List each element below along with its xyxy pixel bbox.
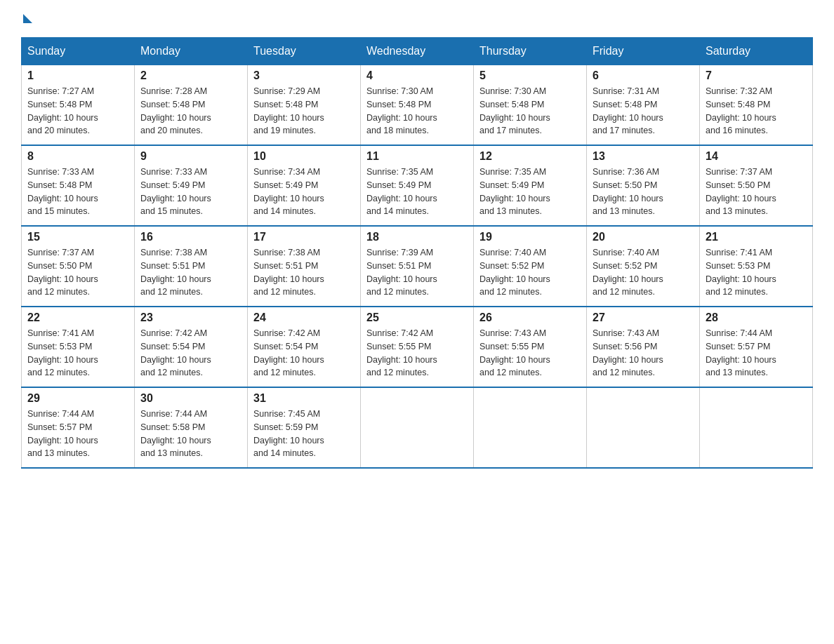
header-sunday: Sunday (22, 38, 135, 65)
day-number: 7 (706, 69, 807, 82)
day-number: 6 (593, 69, 694, 82)
calendar-cell (474, 387, 587, 468)
calendar-header: SundayMondayTuesdayWednesdayThursdayFrid… (22, 38, 813, 65)
day-info: Sunrise: 7:44 AM Sunset: 5:58 PM Dayligh… (140, 408, 241, 460)
calendar-table: SundayMondayTuesdayWednesdayThursdayFrid… (21, 37, 813, 469)
day-info: Sunrise: 7:38 AM Sunset: 5:51 PM Dayligh… (253, 246, 355, 299)
calendar-cell: 29 Sunrise: 7:44 AM Sunset: 5:57 PM Dayl… (22, 387, 135, 468)
day-number: 12 (479, 150, 581, 163)
day-number: 16 (140, 231, 241, 243)
logo (21, 14, 32, 23)
day-number: 23 (140, 311, 241, 324)
day-info: Sunrise: 7:33 AM Sunset: 5:49 PM Dayligh… (140, 166, 241, 218)
day-number: 8 (27, 150, 128, 163)
calendar-cell: 3 Sunrise: 7:29 AM Sunset: 5:48 PM Dayli… (248, 65, 361, 146)
day-number: 31 (253, 392, 355, 405)
calendar-cell: 28 Sunrise: 7:44 AM Sunset: 5:57 PM Dayl… (700, 307, 813, 387)
day-number: 20 (593, 231, 694, 243)
day-info: Sunrise: 7:39 AM Sunset: 5:51 PM Dayligh… (366, 246, 468, 299)
day-number: 21 (706, 231, 807, 243)
day-info: Sunrise: 7:43 AM Sunset: 5:56 PM Dayligh… (593, 327, 694, 380)
day-info: Sunrise: 7:34 AM Sunset: 5:49 PM Dayligh… (253, 166, 355, 218)
day-info: Sunrise: 7:28 AM Sunset: 5:48 PM Dayligh… (140, 85, 241, 137)
day-number: 26 (479, 311, 581, 324)
calendar-cell: 11 Sunrise: 7:35 AM Sunset: 5:49 PM Dayl… (361, 145, 474, 226)
day-number: 30 (140, 392, 241, 405)
calendar-cell (587, 387, 700, 468)
week-row-3: 15 Sunrise: 7:37 AM Sunset: 5:50 PM Dayl… (22, 226, 813, 307)
calendar-cell: 13 Sunrise: 7:36 AM Sunset: 5:50 PM Dayl… (587, 145, 700, 226)
calendar-cell (361, 387, 474, 468)
day-number: 2 (140, 69, 241, 82)
calendar-cell: 9 Sunrise: 7:33 AM Sunset: 5:49 PM Dayli… (135, 145, 248, 226)
day-number: 10 (253, 150, 355, 163)
day-info: Sunrise: 7:31 AM Sunset: 5:48 PM Dayligh… (593, 85, 694, 137)
calendar-cell: 10 Sunrise: 7:34 AM Sunset: 5:49 PM Dayl… (248, 145, 361, 226)
calendar-cell: 26 Sunrise: 7:43 AM Sunset: 5:55 PM Dayl… (474, 307, 587, 387)
day-info: Sunrise: 7:42 AM Sunset: 5:54 PM Dayligh… (253, 327, 355, 380)
day-info: Sunrise: 7:27 AM Sunset: 5:48 PM Dayligh… (27, 85, 128, 137)
calendar-body: 1 Sunrise: 7:27 AM Sunset: 5:48 PM Dayli… (22, 65, 813, 469)
day-info: Sunrise: 7:35 AM Sunset: 5:49 PM Dayligh… (366, 166, 468, 218)
day-number: 22 (27, 311, 128, 324)
day-info: Sunrise: 7:37 AM Sunset: 5:50 PM Dayligh… (706, 166, 807, 218)
header-tuesday: Tuesday (248, 38, 361, 65)
day-number: 18 (366, 231, 468, 243)
week-row-1: 1 Sunrise: 7:27 AM Sunset: 5:48 PM Dayli… (22, 65, 813, 146)
header-thursday: Thursday (474, 38, 587, 65)
calendar-cell: 8 Sunrise: 7:33 AM Sunset: 5:48 PM Dayli… (22, 145, 135, 226)
header-saturday: Saturday (700, 38, 813, 65)
logo-arrow-icon (23, 14, 32, 23)
calendar-cell: 18 Sunrise: 7:39 AM Sunset: 5:51 PM Dayl… (361, 226, 474, 307)
day-info: Sunrise: 7:36 AM Sunset: 5:50 PM Dayligh… (593, 166, 694, 218)
day-info: Sunrise: 7:44 AM Sunset: 5:57 PM Dayligh… (27, 408, 128, 460)
day-number: 29 (27, 392, 128, 405)
day-info: Sunrise: 7:30 AM Sunset: 5:48 PM Dayligh… (366, 85, 468, 137)
day-number: 19 (479, 231, 581, 243)
week-row-4: 22 Sunrise: 7:41 AM Sunset: 5:53 PM Dayl… (22, 307, 813, 387)
day-info: Sunrise: 7:45 AM Sunset: 5:59 PM Dayligh… (253, 408, 355, 460)
day-info: Sunrise: 7:43 AM Sunset: 5:55 PM Dayligh… (479, 327, 581, 380)
day-info: Sunrise: 7:38 AM Sunset: 5:51 PM Dayligh… (140, 246, 241, 299)
calendar-cell: 14 Sunrise: 7:37 AM Sunset: 5:50 PM Dayl… (700, 145, 813, 226)
day-number: 13 (593, 150, 694, 163)
day-number: 4 (366, 69, 468, 82)
day-info: Sunrise: 7:40 AM Sunset: 5:52 PM Dayligh… (593, 246, 694, 299)
header-row: SundayMondayTuesdayWednesdayThursdayFrid… (22, 38, 813, 65)
calendar-cell: 22 Sunrise: 7:41 AM Sunset: 5:53 PM Dayl… (22, 307, 135, 387)
day-info: Sunrise: 7:41 AM Sunset: 5:53 PM Dayligh… (706, 246, 807, 299)
header-wednesday: Wednesday (361, 38, 474, 65)
calendar-cell: 25 Sunrise: 7:42 AM Sunset: 5:55 PM Dayl… (361, 307, 474, 387)
calendar-cell: 24 Sunrise: 7:42 AM Sunset: 5:54 PM Dayl… (248, 307, 361, 387)
day-info: Sunrise: 7:42 AM Sunset: 5:54 PM Dayligh… (140, 327, 241, 380)
day-number: 1 (27, 69, 128, 82)
week-row-5: 29 Sunrise: 7:44 AM Sunset: 5:57 PM Dayl… (22, 387, 813, 468)
week-row-2: 8 Sunrise: 7:33 AM Sunset: 5:48 PM Dayli… (22, 145, 813, 226)
calendar-cell: 1 Sunrise: 7:27 AM Sunset: 5:48 PM Dayli… (22, 65, 135, 146)
day-number: 5 (479, 69, 581, 82)
header-monday: Monday (135, 38, 248, 65)
calendar-cell: 5 Sunrise: 7:30 AM Sunset: 5:48 PM Dayli… (474, 65, 587, 146)
day-number: 15 (27, 231, 128, 243)
day-info: Sunrise: 7:35 AM Sunset: 5:49 PM Dayligh… (479, 166, 581, 218)
day-info: Sunrise: 7:33 AM Sunset: 5:48 PM Dayligh… (27, 166, 128, 218)
day-number: 14 (706, 150, 807, 163)
calendar-cell: 21 Sunrise: 7:41 AM Sunset: 5:53 PM Dayl… (700, 226, 813, 307)
calendar-cell: 12 Sunrise: 7:35 AM Sunset: 5:49 PM Dayl… (474, 145, 587, 226)
calendar-cell: 19 Sunrise: 7:40 AM Sunset: 5:52 PM Dayl… (474, 226, 587, 307)
day-info: Sunrise: 7:30 AM Sunset: 5:48 PM Dayligh… (479, 85, 581, 137)
calendar-cell: 4 Sunrise: 7:30 AM Sunset: 5:48 PM Dayli… (361, 65, 474, 146)
day-info: Sunrise: 7:42 AM Sunset: 5:55 PM Dayligh… (366, 327, 468, 380)
calendar-cell: 30 Sunrise: 7:44 AM Sunset: 5:58 PM Dayl… (135, 387, 248, 468)
day-number: 24 (253, 311, 355, 324)
day-info: Sunrise: 7:32 AM Sunset: 5:48 PM Dayligh… (706, 85, 807, 137)
calendar-cell: 17 Sunrise: 7:38 AM Sunset: 5:51 PM Dayl… (248, 226, 361, 307)
calendar-cell: 7 Sunrise: 7:32 AM Sunset: 5:48 PM Dayli… (700, 65, 813, 146)
header-friday: Friday (587, 38, 700, 65)
day-number: 11 (366, 150, 468, 163)
day-number: 25 (366, 311, 468, 324)
day-info: Sunrise: 7:29 AM Sunset: 5:48 PM Dayligh… (253, 85, 355, 137)
page-header (21, 14, 813, 23)
day-number: 9 (140, 150, 241, 163)
calendar-cell: 15 Sunrise: 7:37 AM Sunset: 5:50 PM Dayl… (22, 226, 135, 307)
